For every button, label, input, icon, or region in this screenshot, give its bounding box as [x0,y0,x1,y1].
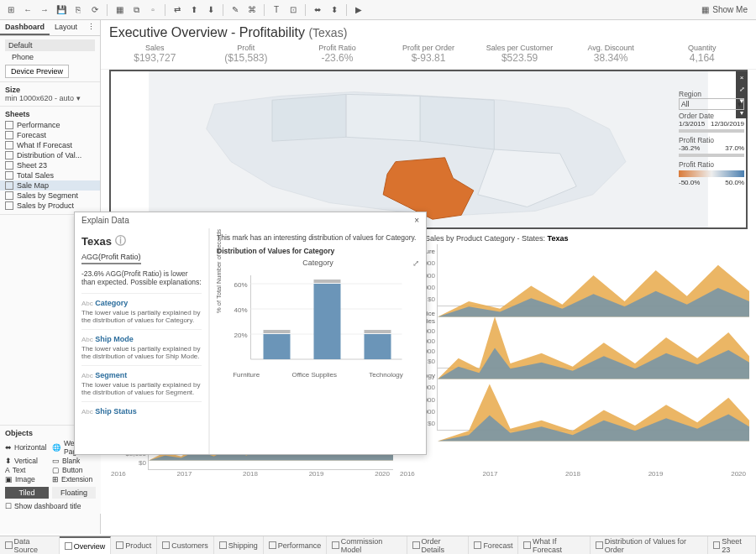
tiled-button[interactable]: Tiled [5,487,49,499]
duplicate-icon[interactable]: ⧉ [129,3,144,18]
object-item-button[interactable]: ▢Button [52,466,96,474]
tab-more[interactable]: ⋮ [82,20,100,35]
kpi-avg.-discount[interactable]: Avg. Discount38.34% [565,42,657,69]
sheet-item[interactable]: Sales by Segment [0,191,100,201]
worksheet-icon [5,151,13,159]
bottom-tab-what-if-forecast[interactable]: What If Forecast [518,536,591,554]
forward-icon[interactable]: → [37,3,52,18]
kpi-profit[interactable]: Profit($15,583) [201,42,292,69]
fit-icon[interactable]: ⊡ [286,3,301,18]
svg-rect-22 [365,330,391,333]
expand-chart-icon[interactable]: ⤢ [412,259,419,268]
bottom-tab-distribution-of-values-for-order[interactable]: Distribution of Values for Order [591,536,707,554]
object-label: Button [62,466,83,474]
sheet-item[interactable]: Sale Map [0,180,100,191]
fit-height-icon[interactable]: ⬍ [327,3,342,18]
device-preview-button[interactable]: Device Preview [5,65,69,78]
filter-orderdate-label: Order Date [679,112,744,120]
sheet-item[interactable]: Total Sales [0,170,100,180]
size-value[interactable]: min 1000x620 - auto ▾ [5,94,95,102]
highlight-icon[interactable]: ✎ [228,3,243,18]
fit-width-icon[interactable]: ⬌ [310,3,325,18]
bottom-tab-data-source[interactable]: Data Source [0,536,60,554]
new-datasource-icon[interactable]: ⎘ [71,3,86,18]
category-bar-chart[interactable]: Category ⤢ % of Total Number of Records … [217,259,419,384]
kpi-sales[interactable]: Sales$193,727 [109,42,201,69]
sheet-item[interactable]: Sales by Product [0,201,100,211]
kpi-profit-ratio[interactable]: Profit Ratio-23.6% [291,42,383,69]
kpi-label: Sales [109,44,201,52]
separator [165,4,165,16]
kpi-quantity[interactable]: Quantity4,164 [656,42,748,69]
save-icon[interactable]: 💾 [54,3,69,18]
object-item-extension[interactable]: ⊞Extension [52,475,96,483]
swap-icon[interactable]: ⇄ [170,3,185,18]
tab-layout[interactable]: Layout [50,20,82,35]
object-item-blank[interactable]: ▭Blank [52,457,96,465]
sheet-item[interactable]: Sheet 23 [0,160,100,170]
new-worksheet-icon[interactable]: ▦ [112,3,127,18]
map-close-icon[interactable]: × [736,71,748,83]
bottom-tab-shipping[interactable]: Shipping [214,536,264,554]
filter-pr-slider[interactable] [679,154,744,157]
device-default[interactable]: Default [5,39,95,51]
logo-icon[interactable]: ⊞ [3,3,18,18]
text-icon[interactable]: T [269,3,284,18]
sheet-item[interactable]: Forecast [0,130,100,140]
monthly-row-furniture[interactable]: Furniture$15,000$10,000$5,000$0 [396,244,749,306]
tab-icon [116,541,123,549]
bottom-tab-overview[interactable]: Overview [60,536,112,554]
object-item-text[interactable]: AText [5,466,49,474]
tab-dashboard[interactable]: Dashboard [0,20,50,35]
filter-date-slider[interactable] [679,129,744,133]
sort-asc-icon[interactable]: ⬆ [186,3,202,18]
svg-text:40%: 40% [234,306,247,314]
separator [264,4,265,16]
bottom-sheet-tabs: Data SourceOverviewProductCustomersShipp… [0,536,756,554]
explain-card-ship-status[interactable]: Abc Ship Status [81,401,202,421]
object-item-horizontal[interactable]: ⬌Horizontal [5,439,49,456]
show-me-button[interactable]: ▦ Show Me [696,5,753,14]
bottom-tab-forecast[interactable]: Forecast [469,536,518,554]
map-view[interactable]: × ⤢ ▼ ▾ Region All▾ Order Date 1/3/20151… [109,70,748,229]
explain-card-category[interactable]: Abc CategoryThe lower value is partially… [81,293,202,329]
svg-rect-18 [314,284,341,359]
presentation-icon[interactable]: ▶ [351,3,366,18]
explain-header: Explain Data × [75,212,426,228]
show-title-checkbox[interactable]: ☐ Show dashboard title [5,502,96,510]
clear-icon[interactable]: ▫ [145,3,160,18]
bottom-tab-performance[interactable]: Performance [264,536,328,554]
kpi-sales-per-customer[interactable]: Sales per Customer$523.59 [474,42,565,69]
monthly-row-technology[interactable]: Technology$15,000$10,000$5,000$0 [396,368,749,431]
explain-card-ship-mode[interactable]: Abc Ship ModeThe lower value is partiall… [81,329,202,365]
bottom-tab-product[interactable]: Product [111,536,157,554]
explain-metric-tab[interactable]: AGG(Profit Ratio) [81,253,141,264]
filter-region-select[interactable]: All▾ [679,98,744,110]
close-icon[interactable]: × [414,216,419,225]
refresh-icon[interactable]: ⟳ [87,3,102,18]
tab-label: Customers [171,541,208,550]
bottom-tab-commission-model[interactable]: Commission Model [327,536,407,554]
bottom-tab-order-details[interactable]: Order Details [407,536,469,554]
group-icon[interactable]: ⌘ [244,3,260,18]
sort-desc-icon[interactable]: ⬇ [203,3,218,18]
device-phone[interactable]: Phone [5,51,95,63]
back-icon[interactable]: ← [20,3,35,18]
object-item-vertical[interactable]: ⬍Vertical [5,457,49,465]
dashboard-title-region: (Texas) [308,26,347,39]
sheet-label: Performance [17,121,60,129]
object-item-image[interactable]: ▣Image [5,475,49,483]
kpi-profit-per-order[interactable]: Profit per Order$-93.81 [383,42,475,69]
bottom-tab-sheet-23[interactable]: Sheet 23 [708,536,756,554]
sheet-item[interactable]: Performance [0,120,100,130]
explain-card-segment[interactable]: Abc SegmentThe lower value is partially … [81,365,202,401]
info-icon[interactable]: ⓘ [115,233,126,248]
tab-label: Order Details [422,537,464,554]
sheet-label: Sheet 23 [17,161,47,170]
bottom-tab-customers[interactable]: Customers [157,536,214,554]
sheet-item[interactable]: Distribution of Val... [0,150,100,160]
object-icon: ⬌ [5,443,12,452]
floating-button[interactable]: Floating [52,487,96,499]
monthly-row-office-supplies[interactable]: Office Supplies$15,000$10,000$5,000$0 [396,306,749,368]
sheet-item[interactable]: What If Forecast [0,140,100,150]
